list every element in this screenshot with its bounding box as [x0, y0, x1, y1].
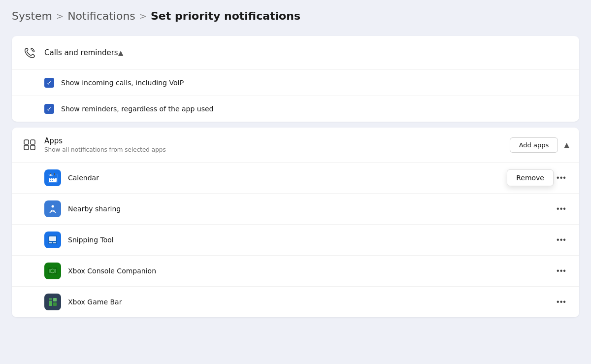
incoming-calls-checkmark: ✓ [47, 80, 52, 86]
app-row-nearby-sharing: Nearby sharing ••• [12, 194, 579, 225]
svg-rect-1 [31, 140, 35, 144]
breadcrumb-current: Set priority notifications [151, 10, 300, 22]
breadcrumb-sep-2: > [139, 11, 147, 21]
calls-reminders-section: Calls and reminders ▲ ✓ Show incoming ca… [12, 36, 579, 122]
svg-point-17 [52, 205, 54, 208]
snipping-tool-app-icon [44, 232, 61, 248]
svg-rect-7 [49, 176, 57, 178]
svg-rect-28 [49, 301, 52, 306]
apps-icon [22, 137, 37, 153]
svg-rect-30 [53, 298, 57, 301]
calls-reminders-header[interactable]: Calls and reminders ▲ [12, 36, 579, 70]
xbox-console-more-icon: ••• [557, 266, 566, 275]
svg-text:31: 31 [49, 173, 53, 176]
snipping-tool-more-icon: ••• [557, 235, 566, 244]
snipping-tool-app-name: Snipping Tool [68, 236, 547, 244]
breadcrumb-sep-1: > [56, 11, 64, 21]
reminders-checkmark: ✓ [47, 106, 52, 112]
breadcrumb: System > Notifications > Set priority no… [12, 10, 579, 22]
apps-subtitle: Show all notifications from selected app… [44, 146, 510, 153]
breadcrumb-system[interactable]: System [12, 10, 52, 22]
svg-rect-0 [24, 140, 29, 144]
apps-header[interactable]: Apps Show all notifications from selecte… [12, 128, 579, 163]
xbox-game-bar-more-button[interactable]: ••• [554, 295, 569, 309]
svg-rect-20 [49, 242, 52, 243]
reminders-checkbox[interactable]: ✓ [44, 104, 54, 114]
calendar-app-name: Calendar [68, 174, 547, 182]
calls-reminders-title: Calls and reminders [44, 48, 118, 57]
nearby-sharing-app-icon [44, 200, 61, 217]
svg-rect-14 [54, 173, 55, 175]
calendar-more-icon: ••• [557, 173, 566, 182]
xbox-game-bar-more-icon: ••• [557, 298, 566, 306]
xbox-console-app-icon [44, 263, 61, 279]
xbox-game-bar-app-icon [44, 294, 61, 310]
calendar-more-button[interactable]: ••• [554, 171, 569, 185]
xbox-game-bar-app-name: Xbox Game Bar [68, 298, 547, 306]
reminders-label: Show reminders, regardless of the app us… [61, 105, 213, 113]
app-row-xbox-console: Xbox Console Companion ••• [12, 256, 579, 287]
calls-icon [22, 45, 37, 61]
apps-section: Apps Show all notifications from selecte… [12, 128, 579, 317]
app-row-snipping-tool: Snipping Tool ••• [12, 225, 579, 256]
apps-title-group: Apps Show all notifications from selecte… [44, 136, 510, 153]
svg-rect-29 [49, 298, 52, 300]
svg-point-10 [54, 178, 55, 179]
nearby-sharing-more-icon: ••• [557, 204, 566, 213]
svg-rect-19 [49, 236, 56, 241]
incoming-calls-checkbox[interactable]: ✓ [44, 78, 54, 88]
svg-point-9 [52, 178, 53, 179]
reminders-row[interactable]: ✓ Show reminders, regardless of the app … [12, 96, 579, 122]
nearby-sharing-app-name: Nearby sharing [68, 205, 547, 213]
svg-point-8 [50, 178, 51, 179]
svg-point-11 [50, 180, 51, 181]
remove-popup[interactable]: Remove [507, 169, 554, 186]
svg-rect-26 [51, 267, 55, 274]
snipping-tool-more-button[interactable]: ••• [554, 233, 569, 247]
apps-chevron-icon: ▲ [564, 141, 569, 149]
xbox-console-more-button[interactable]: ••• [554, 264, 569, 278]
apps-actions: Add apps ▲ [510, 137, 569, 153]
apps-title: Apps [44, 136, 510, 145]
app-row-calendar: 31 Calendar Remove ••• [12, 163, 579, 194]
svg-rect-3 [31, 145, 35, 150]
incoming-calls-row[interactable]: ✓ Show incoming calls, including VoIP [12, 70, 579, 96]
calendar-app-icon: 31 [44, 169, 61, 186]
incoming-calls-label: Show incoming calls, including VoIP [61, 79, 184, 87]
svg-rect-31 [53, 302, 57, 306]
breadcrumb-notifications[interactable]: Notifications [67, 10, 135, 22]
calls-reminders-actions: ▲ [118, 49, 124, 57]
add-apps-button[interactable]: Add apps [510, 137, 558, 153]
svg-rect-21 [53, 242, 56, 243]
svg-point-12 [52, 180, 53, 181]
nearby-sharing-more-button[interactable]: ••• [554, 202, 569, 216]
svg-rect-2 [24, 145, 29, 150]
xbox-console-app-name: Xbox Console Companion [68, 267, 547, 275]
calls-chevron-icon: ▲ [118, 49, 124, 57]
app-row-xbox-game-bar: Xbox Game Bar ••• [12, 287, 579, 317]
